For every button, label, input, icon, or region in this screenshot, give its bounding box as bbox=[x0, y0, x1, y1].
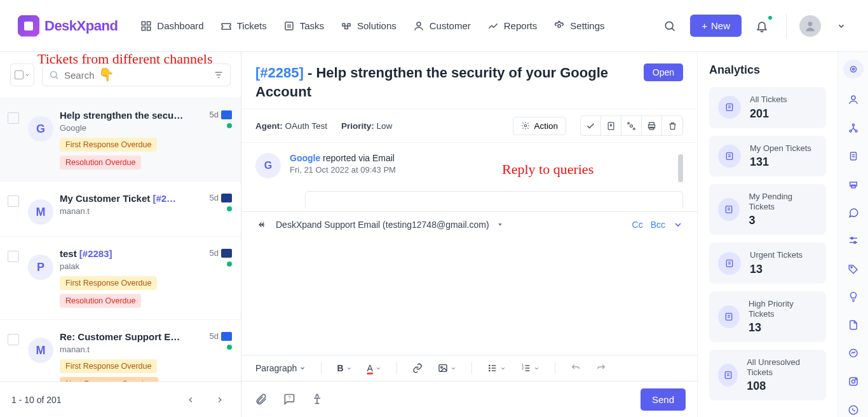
ticket-item-from: Google bbox=[60, 123, 203, 133]
text-color-button[interactable]: A bbox=[367, 363, 381, 373]
svg-rect-2 bbox=[142, 27, 146, 30]
svg-point-19 bbox=[610, 124, 612, 126]
reply-footer: ? Send bbox=[241, 381, 697, 417]
logo[interactable]: DeskXpand bbox=[18, 15, 118, 37]
sb-user-icon[interactable] bbox=[846, 93, 861, 107]
logo-text: DeskXpand bbox=[44, 18, 118, 34]
svg-point-61 bbox=[851, 96, 855, 100]
profile-avatar[interactable] bbox=[799, 15, 821, 37]
merge-icon[interactable] bbox=[621, 116, 642, 135]
notifications-button[interactable] bbox=[750, 15, 773, 37]
sb-clipboard-icon[interactable] bbox=[846, 149, 861, 163]
sb-doc-icon[interactable] bbox=[846, 318, 861, 332]
ticket-item[interactable]: M Re: Customer Support E… manan.t First … bbox=[0, 320, 241, 381]
nav-reports[interactable]: Reports bbox=[487, 20, 538, 32]
format-paragraph[interactable]: Paragraph bbox=[255, 363, 306, 373]
sb-print-icon[interactable] bbox=[846, 177, 861, 191]
stat-card[interactable]: All Tickets201 bbox=[709, 87, 826, 128]
bold-button[interactable]: B bbox=[337, 363, 351, 373]
svg-point-80 bbox=[855, 379, 857, 380]
sb-instagram-icon[interactable] bbox=[846, 374, 861, 388]
stat-card[interactable]: My Open Tickets131 bbox=[709, 136, 826, 177]
stat-label: All Unresolved Tickets bbox=[747, 357, 817, 377]
link-button[interactable] bbox=[412, 363, 423, 373]
stat-card[interactable]: My Pending Tickets3 bbox=[709, 184, 826, 235]
ticket-tag: First Response Overdue bbox=[60, 276, 157, 290]
scroll-indicator[interactable] bbox=[678, 154, 683, 182]
redo-button[interactable] bbox=[596, 363, 606, 373]
sb-messenger-icon[interactable] bbox=[846, 347, 861, 361]
reply-all-icon[interactable] bbox=[255, 220, 268, 230]
sb-analytics-icon[interactable] bbox=[843, 60, 864, 79]
nav-label: Solutions bbox=[357, 20, 397, 31]
nav-dashboard[interactable]: Dashboard bbox=[140, 20, 203, 32]
nav-solutions[interactable]: Solutions bbox=[341, 20, 397, 32]
to-dropdown-icon[interactable] bbox=[497, 222, 503, 228]
ticket-tag: First Response Overdue bbox=[60, 138, 157, 152]
stat-icon bbox=[718, 305, 740, 328]
ticket-checkbox[interactable] bbox=[8, 195, 19, 207]
stat-value: 131 bbox=[750, 156, 811, 169]
stat-value: 3 bbox=[749, 214, 817, 227]
gear-icon bbox=[521, 121, 530, 130]
sb-chat-icon[interactable] bbox=[846, 206, 861, 220]
trash-icon[interactable] bbox=[662, 116, 682, 135]
select-all-dropdown[interactable] bbox=[10, 63, 34, 86]
ticket-checkbox[interactable] bbox=[8, 251, 19, 262]
svg-point-31 bbox=[489, 370, 490, 371]
action-button[interactable]: Action bbox=[513, 117, 566, 135]
check-icon[interactable] bbox=[581, 116, 601, 135]
next-page[interactable] bbox=[210, 390, 229, 409]
nav-tasks[interactable]: Tasks bbox=[283, 20, 324, 32]
ticket-item[interactable]: G Help strengthen the secu… Google First… bbox=[0, 98, 241, 182]
ticket-item-from: manan.t bbox=[60, 206, 203, 216]
sb-whatsapp-icon[interactable] bbox=[846, 403, 861, 417]
stat-card[interactable]: Urgent Tickets13 bbox=[709, 242, 826, 284]
cc-toggle[interactable]: Cc bbox=[632, 220, 643, 230]
search-button[interactable] bbox=[658, 15, 681, 37]
profile-dropdown[interactable] bbox=[830, 15, 853, 37]
stat-card[interactable]: High Priority Tickets13 bbox=[709, 291, 826, 342]
nav-label: Customer bbox=[430, 20, 471, 31]
nav-settings[interactable]: Settings bbox=[553, 20, 604, 32]
filter-icon[interactable] bbox=[214, 70, 224, 80]
user-icon bbox=[413, 20, 424, 32]
image-button[interactable] bbox=[438, 363, 456, 373]
ticket-checkbox[interactable] bbox=[8, 334, 19, 345]
sb-bulb-icon[interactable] bbox=[846, 290, 861, 304]
ticket-checkbox[interactable] bbox=[8, 112, 19, 124]
print-icon[interactable] bbox=[642, 116, 662, 135]
ticket-item[interactable]: M My Customer Ticket [#2… manan.t 5d bbox=[0, 182, 241, 237]
send-button[interactable]: Send bbox=[641, 388, 686, 411]
search-box[interactable]: 👇 bbox=[42, 63, 231, 86]
attachment-icon[interactable] bbox=[253, 391, 269, 407]
undo-button[interactable] bbox=[571, 363, 581, 373]
search-input[interactable] bbox=[64, 70, 208, 81]
kb-icon[interactable] bbox=[309, 391, 325, 407]
stat-label: My Pending Tickets bbox=[749, 192, 817, 211]
nav-tickets[interactable]: Tickets bbox=[220, 20, 267, 32]
bullet-list-button[interactable] bbox=[487, 363, 506, 373]
reply-textarea[interactable] bbox=[241, 237, 697, 355]
status-badge[interactable]: Open bbox=[644, 63, 683, 81]
prev-page[interactable] bbox=[181, 390, 200, 409]
user-action-icon[interactable] bbox=[601, 116, 621, 135]
svg-text:?: ? bbox=[288, 395, 290, 400]
priority-label: Priority: bbox=[341, 121, 374, 131]
numbered-list-button[interactable]: 12 bbox=[521, 363, 539, 373]
nav-label: Settings bbox=[570, 20, 604, 31]
ticket-item[interactable]: P test [#2283] palak First Response Over… bbox=[0, 237, 241, 320]
sb-slider-icon[interactable] bbox=[846, 234, 861, 248]
new-button[interactable]: +New bbox=[690, 15, 742, 37]
sb-org-icon[interactable] bbox=[846, 121, 861, 135]
canned-response-icon[interactable]: ? bbox=[281, 391, 297, 407]
nav-customer[interactable]: Customer bbox=[413, 20, 471, 32]
agent-value: OAuth Test bbox=[285, 121, 328, 131]
sb-tag-icon[interactable] bbox=[846, 261, 861, 275]
status-dot bbox=[227, 345, 232, 350]
bcc-toggle[interactable]: Bcc bbox=[651, 220, 665, 230]
expand-recipients-icon[interactable] bbox=[673, 220, 683, 230]
logo-icon bbox=[18, 15, 39, 37]
ticket-avatar: M bbox=[28, 199, 53, 225]
stat-card[interactable]: All Unresolved Tickets108 bbox=[709, 350, 826, 400]
